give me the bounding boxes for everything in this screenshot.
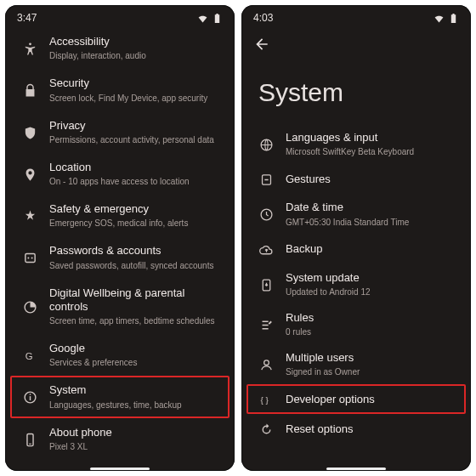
svg-point-3 — [31, 258, 32, 259]
nav-bar[interactable] — [5, 466, 235, 471]
item-subtitle: Display, interaction, audio — [49, 50, 224, 61]
svg-rect-8 — [29, 394, 30, 395]
item-subtitle: Microsoft SwiftKey Beta Keyboard — [286, 146, 461, 157]
settings-item-google[interactable]: G GoogleServices & preferences — [10, 334, 230, 376]
svg-text:G: G — [25, 351, 32, 361]
update-icon — [259, 278, 274, 292]
item-title: Rules — [286, 311, 461, 325]
item-title: Reset options — [286, 422, 461, 436]
settings-item-system[interactable]: SystemLanguages, gestures, time, backup — [10, 376, 230, 417]
key-icon — [23, 251, 37, 265]
phone-icon — [23, 433, 37, 447]
item-title: Location — [49, 161, 224, 174]
status-bar: 4:03 — [241, 5, 471, 27]
system-screen: 4:03 System Languages & inputMicrosoft S… — [241, 5, 471, 471]
status-bar: 3:47 — [5, 5, 235, 27]
users-icon — [259, 358, 274, 372]
item-subtitle: Saved passwords, autofill, synced accoun… — [49, 260, 224, 271]
item-title: Digital Wellbeing & parental controls — [49, 286, 224, 314]
settings-item-passwords[interactable]: Passwords & accountsSaved passwords, aut… — [10, 236, 230, 278]
reset-icon — [259, 422, 274, 437]
code-icon: { } — [259, 393, 274, 407]
system-item-update[interactable]: System updateUpdated to Android 12 — [246, 264, 466, 304]
clock: 3:47 — [17, 12, 37, 24]
status-icons — [434, 13, 459, 24]
page-title: System — [253, 75, 459, 121]
item-title: Developer options — [286, 393, 461, 406]
item-title: Passwords & accounts — [49, 244, 224, 258]
settings-item-security[interactable]: SecurityScreen lock, Find My Device, app… — [10, 69, 230, 110]
item-title: About phone — [49, 426, 224, 439]
system-item-gestures[interactable]: Gestures — [246, 164, 466, 194]
google-icon: G — [23, 348, 37, 363]
item-subtitle: 0 rules — [286, 326, 461, 337]
globe-icon — [259, 138, 274, 152]
item-title: Accessibility — [49, 35, 224, 48]
rules-icon — [259, 318, 274, 332]
item-title: Google — [49, 342, 224, 355]
nav-bar[interactable] — [241, 466, 471, 471]
wifi-icon — [434, 13, 445, 24]
status-icons — [197, 13, 223, 24]
item-subtitle: Emergency SOS, medical info, alerts — [49, 218, 224, 229]
privacy-icon — [23, 126, 37, 140]
system-item-developer[interactable]: { } Developer options — [246, 384, 466, 414]
system-item-languages[interactable]: Languages & inputMicrosoft SwiftKey Beta… — [246, 124, 466, 164]
item-subtitle: Screen time, app timers, bedtime schedul… — [49, 315, 224, 326]
system-item-multiuser[interactable]: Multiple usersSigned in as Owner — [246, 344, 466, 384]
svg-rect-10 — [29, 443, 31, 444]
item-subtitle: Updated to Android 12 — [286, 286, 461, 298]
item-subtitle: Permissions, account activity, personal … — [49, 134, 224, 145]
info-icon — [23, 390, 37, 405]
settings-item-tips[interactable]: ? Tips & supportHelp articles, phone & c… — [10, 460, 230, 466]
svg-point-2 — [27, 258, 29, 259]
gestures-icon — [259, 173, 274, 187]
item-subtitle: GMT+05:30 India Standard Time — [286, 217, 461, 228]
settings-item-about[interactable]: About phonePixel 3 XL — [10, 418, 230, 460]
location-icon — [23, 167, 37, 182]
item-title: Multiple users — [286, 351, 461, 365]
item-subtitle: On - 10 apps have access to location — [49, 176, 224, 187]
item-subtitle: Services & preferences — [49, 357, 224, 368]
battery-icon — [212, 13, 223, 24]
wellbeing-icon — [23, 300, 37, 314]
svg-point-0 — [29, 43, 31, 46]
wifi-icon — [197, 13, 208, 24]
system-item-datetime[interactable]: Date & timeGMT+05:30 India Standard Time — [246, 194, 466, 234]
backup-icon — [259, 243, 274, 258]
svg-text:{ }: { } — [260, 395, 269, 405]
clock: 4:03 — [253, 12, 273, 24]
item-subtitle: Pixel 3 XL — [49, 441, 224, 452]
svg-point-17 — [264, 360, 269, 366]
settings-item-accessibility[interactable]: AccessibilityDisplay, interaction, audio — [10, 27, 230, 69]
system-item-rules[interactable]: Rules0 rules — [246, 304, 466, 344]
item-title: Privacy — [49, 119, 224, 133]
system-item-backup[interactable]: Backup — [246, 235, 466, 264]
item-title: Languages & input — [286, 131, 461, 144]
svg-rect-1 — [25, 254, 34, 263]
clock-icon — [259, 207, 274, 222]
item-title: Date & time — [286, 201, 461, 214]
arrow-back-icon — [253, 36, 270, 53]
item-title: Safety & emergency — [49, 202, 224, 216]
lock-icon — [23, 83, 37, 98]
settings-item-privacy[interactable]: PrivacyPermissions, account activity, pe… — [10, 111, 230, 153]
item-title: Backup — [286, 242, 461, 256]
settings-item-location[interactable]: LocationOn - 10 apps have access to loca… — [10, 153, 230, 195]
item-subtitle: Signed in as Owner — [286, 366, 461, 377]
settings-screen: 3:47 AccessibilityDisplay, interaction, … — [5, 5, 235, 471]
item-title: Security — [49, 76, 224, 90]
item-subtitle: Screen lock, Find My Device, app securit… — [49, 93, 224, 104]
settings-item-safety[interactable]: Safety & emergencyEmergency SOS, medical… — [10, 195, 230, 236]
emergency-icon — [23, 209, 37, 224]
settings-list[interactable]: AccessibilityDisplay, interaction, audio… — [5, 27, 235, 466]
system-list[interactable]: Languages & inputMicrosoft SwiftKey Beta… — [241, 124, 471, 466]
accessibility-icon — [23, 42, 37, 56]
item-title: Gestures — [286, 173, 461, 186]
back-button[interactable] — [253, 36, 270, 53]
settings-item-wellbeing[interactable]: Digital Wellbeing & parental controlsScr… — [10, 279, 230, 335]
svg-rect-7 — [29, 396, 30, 400]
item-subtitle: Languages, gestures, time, backup — [49, 400, 224, 411]
system-item-reset[interactable]: Reset options — [246, 414, 466, 444]
item-title: System update — [286, 271, 461, 285]
